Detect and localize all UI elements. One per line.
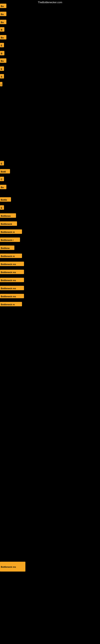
badge-4: B <box>0 27 4 32</box>
badge-11: | <box>0 82 2 86</box>
badge-2: Bo <box>0 12 6 16</box>
badge-6: E <box>0 43 4 47</box>
badge-12: E <box>0 161 4 166</box>
badge-17: E <box>0 205 4 210</box>
badge-28: Bottleneck res <box>0 294 24 298</box>
badge-3: Bo <box>0 20 6 24</box>
badge-16: Bottle <box>0 197 11 202</box>
badge-21: Bottleneck r <box>0 238 20 242</box>
badge-30: Bottleneck res <box>0 562 25 572</box>
badge-18: Bottlenec <box>0 213 16 218</box>
badge-13: Bottl <box>0 169 10 174</box>
badge-14: C <box>0 177 4 181</box>
badge-23: Bottleneck re <box>0 254 22 258</box>
badge-5: Bo <box>0 35 6 40</box>
badge-22: Bottlene <box>0 246 14 250</box>
badge-15: Bo <box>0 185 6 189</box>
badge-7: B <box>0 51 4 55</box>
badge-9: E <box>0 66 4 71</box>
badge-24: Bottleneck res <box>0 262 24 266</box>
badge-25: Bottleneck res <box>0 270 24 274</box>
badge-26: Bottleneck res <box>0 278 24 282</box>
badge-8: Bo <box>0 58 6 63</box>
badge-1: Bo <box>0 4 6 8</box>
badge-19: Bottleneck <box>0 222 17 226</box>
badge-20: Bottleneck re <box>0 230 22 234</box>
site-title: TheBottlenecker.com <box>38 1 62 4</box>
badge-29: Bottleneck re <box>0 302 22 306</box>
badge-10: S <box>0 74 4 78</box>
badge-27: Bottleneck res <box>0 286 24 290</box>
